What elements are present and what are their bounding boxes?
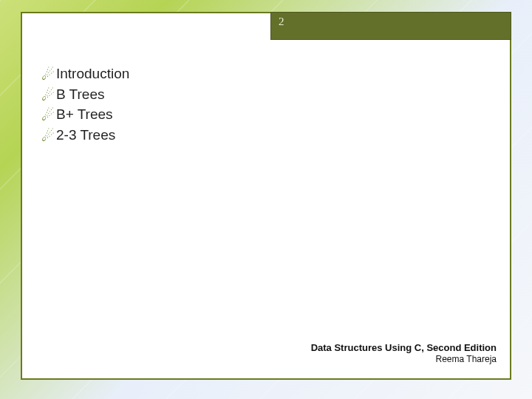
list-item-label: B+ Trees — [56, 104, 113, 125]
footer-title: Data Structures Using C, Second Edition — [311, 342, 497, 354]
list-item-label: 2-3 Trees — [56, 125, 115, 146]
bullet-icon: ☄ — [41, 88, 55, 103]
list-item: ☄ B Trees — [41, 84, 491, 105]
list-item-label: B Trees — [56, 84, 104, 105]
footer-author: Reema Thareja — [311, 354, 497, 365]
content-list: ☄ Introduction ☄ B Trees ☄ B+ Trees ☄ 2-… — [41, 64, 491, 145]
bullet-icon: ☄ — [41, 67, 55, 82]
footer: Data Structures Using C, Second Edition … — [311, 342, 497, 365]
bullet-icon: ☄ — [41, 108, 55, 123]
list-item: ☄ 2-3 Trees — [41, 125, 491, 146]
page-number: 2 — [279, 16, 284, 27]
list-item: ☄ Introduction — [41, 64, 491, 84]
list-item: ☄ B+ Trees — [41, 104, 491, 125]
slide-frame: 2 ☄ Introduction ☄ B Trees ☄ B+ Trees ☄ … — [21, 12, 511, 380]
bullet-icon: ☄ — [41, 129, 55, 143]
page-number-box: 2 — [270, 12, 511, 40]
list-item-label: Introduction — [56, 64, 129, 84]
